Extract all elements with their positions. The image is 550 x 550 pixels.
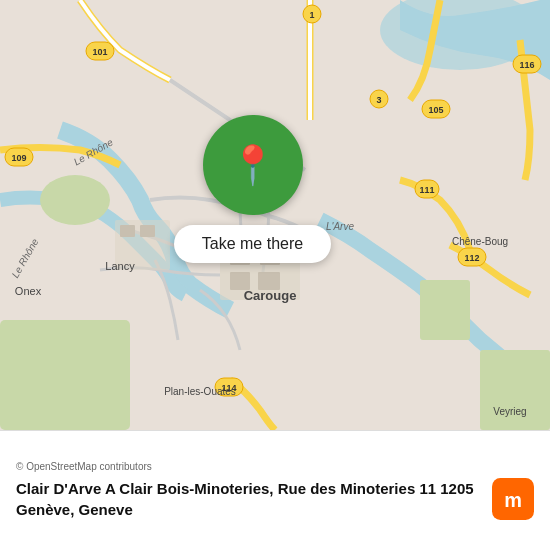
svg-text:Lancy: Lancy [105, 260, 135, 272]
svg-text:Plan-les-Ouates: Plan-les-Ouates [164, 386, 236, 397]
svg-text:109: 109 [11, 153, 26, 163]
location-circle: 📍 [203, 115, 303, 215]
svg-text:Onex: Onex [15, 285, 42, 297]
svg-text:111: 111 [419, 185, 434, 195]
place-info: Clair D'Arve A Clair Bois-Minoteries, Ru… [16, 478, 534, 520]
svg-rect-3 [480, 350, 550, 430]
place-text: Clair D'Arve A Clair Bois-Minoteries, Ru… [16, 478, 480, 520]
svg-text:116: 116 [519, 60, 534, 70]
place-name: Clair D'Arve A Clair Bois-Minoteries, Ru… [16, 478, 480, 520]
svg-rect-14 [120, 225, 135, 237]
take-me-there-button[interactable]: Take me there [174, 225, 331, 263]
svg-text:1: 1 [309, 10, 314, 20]
svg-text:Veyrieg: Veyrieg [493, 406, 526, 417]
svg-text:Chêne-Boug: Chêne-Boug [452, 236, 508, 247]
svg-text:m: m [504, 489, 522, 511]
bottom-bar: © OpenStreetMap contributors Clair D'Arv… [0, 430, 550, 550]
svg-point-4 [40, 175, 110, 225]
svg-text:105: 105 [428, 105, 443, 115]
svg-text:Carouge: Carouge [244, 288, 297, 303]
svg-text:101: 101 [92, 47, 107, 57]
attribution: © OpenStreetMap contributors [16, 461, 534, 472]
attribution-text: © OpenStreetMap contributors [16, 461, 152, 472]
svg-text:3: 3 [376, 95, 381, 105]
take-me-there-bubble: 📍 Take me there [145, 115, 360, 263]
location-pin-icon: 📍 [229, 146, 276, 184]
map-container: 101 1 3 105 109 111 116 112 114 Carouge … [0, 0, 550, 430]
svg-text:112: 112 [464, 253, 479, 263]
svg-rect-2 [0, 320, 130, 430]
moovit-icon: m [492, 478, 534, 520]
svg-rect-5 [420, 280, 470, 340]
moovit-logo: m [492, 478, 534, 520]
